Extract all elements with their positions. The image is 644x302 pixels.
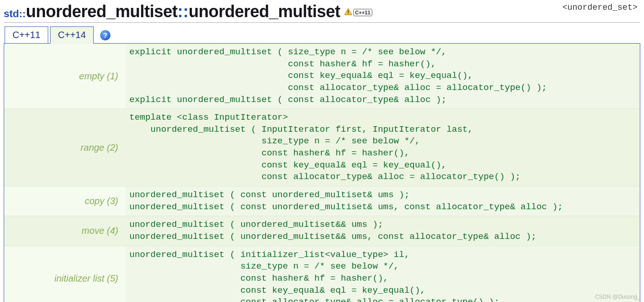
cpp11-badge: C++11 xyxy=(353,9,372,16)
decl-label-copy: copy (3) xyxy=(4,186,126,216)
table-row: range (2) template <class InputIterator>… xyxy=(4,109,640,186)
decl-code-range: template <class InputIterator> unordered… xyxy=(126,109,640,186)
help-icon[interactable]: ? xyxy=(100,30,110,40)
cpp-version-badge: C++11 xyxy=(344,8,372,17)
watermark: CSDN @Dusong_ xyxy=(595,294,640,300)
warning-icon xyxy=(344,8,352,17)
page-header: std:: unordered_multiset :: unordered_mu… xyxy=(4,2,640,23)
title-separator: :: xyxy=(178,2,189,21)
table-row: initializer list (5) unordered_multiset … xyxy=(4,246,640,302)
decl-code-initlist: unordered_multiset ( initializer_list<va… xyxy=(126,246,640,302)
tab-cpp11[interactable]: C++11 xyxy=(5,26,48,44)
title-namespace: std:: xyxy=(4,8,26,20)
title-class[interactable]: unordered_multiset xyxy=(26,2,178,21)
decl-label-initlist: initializer list (5) xyxy=(4,246,126,302)
decl-code-move: unordered_multiset ( unordered_multiset&… xyxy=(126,216,640,246)
declaration-box: empty (1) explicit unordered_multiset ( … xyxy=(4,43,640,302)
decl-code-copy: unordered_multiset ( const unordered_mul… xyxy=(126,186,640,216)
table-row: move (4) unordered_multiset ( unordered_… xyxy=(4,216,640,246)
tab-cpp14[interactable]: C++14 xyxy=(50,26,94,44)
decl-label-range: range (2) xyxy=(4,109,126,186)
header-include[interactable]: <unordered_set> xyxy=(562,2,640,12)
decl-label-empty: empty (1) xyxy=(4,44,126,109)
table-row: empty (1) explicit unordered_multiset ( … xyxy=(4,44,640,109)
decl-label-move: move (4) xyxy=(4,216,126,246)
version-tabs: C++11 C++14 ? xyxy=(4,26,640,44)
declaration-table: empty (1) explicit unordered_multiset ( … xyxy=(4,44,640,302)
svg-rect-1 xyxy=(348,10,349,13)
page-title: std:: unordered_multiset :: unordered_mu… xyxy=(4,2,372,21)
svg-rect-2 xyxy=(348,13,349,14)
decl-code-empty: explicit unordered_multiset ( size_type … xyxy=(126,44,640,109)
table-row: copy (3) unordered_multiset ( const unor… xyxy=(4,186,640,216)
title-member: unordered_multiset xyxy=(189,2,340,21)
